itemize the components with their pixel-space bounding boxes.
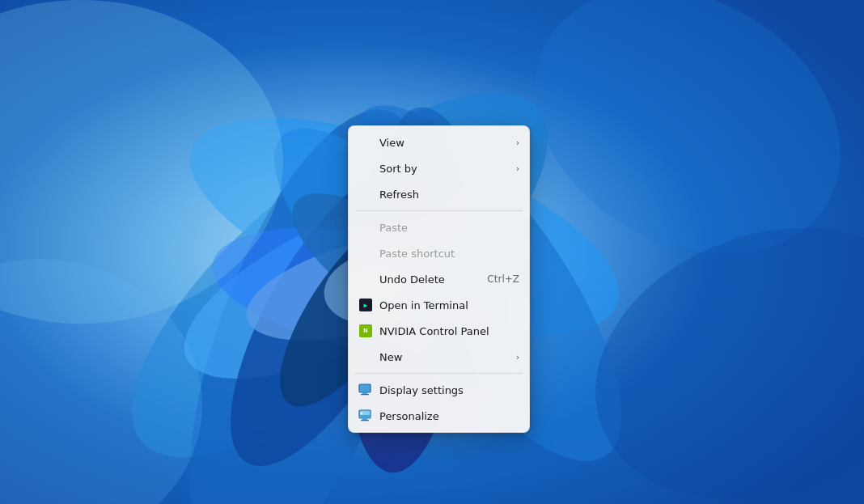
- undo-delete-label: Undo Delete: [379, 273, 481, 286]
- new-arrow: ›: [516, 353, 519, 362]
- menu-item-personalize[interactable]: Personalize: [349, 403, 529, 429]
- menu-item-paste-shortcut: Paste shortcut: [349, 240, 529, 266]
- svg-rect-25: [359, 415, 371, 418]
- context-menu: View › Sort by › Refresh Paste Paste sho…: [348, 125, 530, 433]
- nvidia-label: NVIDIA Control Panel: [379, 325, 519, 337]
- svg-rect-28: [361, 420, 369, 421]
- svg-rect-27: [362, 418, 367, 420]
- display-settings-icon: [358, 383, 373, 397]
- refresh-label: Refresh: [379, 188, 519, 201]
- personalize-label: Personalize: [379, 410, 519, 422]
- menu-item-refresh[interactable]: Refresh: [349, 181, 529, 207]
- sort-icon: [358, 161, 373, 176]
- svg-rect-21: [359, 384, 371, 392]
- paste-shortcut-icon: [358, 246, 373, 260]
- menu-item-terminal[interactable]: ▶ Open in Terminal: [349, 292, 529, 318]
- terminal-icon: ▶: [358, 298, 373, 312]
- new-icon: [358, 349, 373, 364]
- sort-label: Sort by: [379, 163, 510, 175]
- separator-2: [355, 373, 523, 374]
- undo-shortcut: Ctrl+Z: [487, 273, 519, 285]
- menu-item-new[interactable]: New ›: [349, 344, 529, 370]
- sort-arrow: ›: [516, 164, 519, 173]
- svg-rect-22: [362, 392, 367, 394]
- paste-shortcut-label: Paste shortcut: [379, 248, 519, 260]
- separator-1: [355, 210, 523, 211]
- view-icon: [358, 135, 373, 150]
- menu-item-view[interactable]: View ›: [349, 129, 529, 155]
- menu-item-paste: Paste: [349, 214, 529, 240]
- terminal-label: Open in Terminal: [379, 299, 519, 311]
- paste-icon: [358, 220, 373, 235]
- svg-rect-23: [361, 394, 369, 395]
- undo-icon: [358, 272, 373, 286]
- view-arrow: ›: [516, 138, 519, 147]
- svg-point-26: [361, 413, 363, 415]
- display-settings-label: Display settings: [379, 384, 519, 396]
- paste-label: Paste: [379, 222, 519, 234]
- menu-item-nvidia[interactable]: N NVIDIA Control Panel: [349, 318, 529, 344]
- menu-item-undo-delete[interactable]: Undo Delete Ctrl+Z: [349, 266, 529, 292]
- personalize-icon: [358, 409, 373, 423]
- refresh-icon: [358, 187, 373, 201]
- new-label: New: [379, 351, 510, 363]
- menu-item-display-settings[interactable]: Display settings: [349, 377, 529, 403]
- menu-item-sort[interactable]: Sort by ›: [349, 155, 529, 181]
- nvidia-icon: N: [358, 324, 373, 338]
- view-label: View: [379, 137, 510, 149]
